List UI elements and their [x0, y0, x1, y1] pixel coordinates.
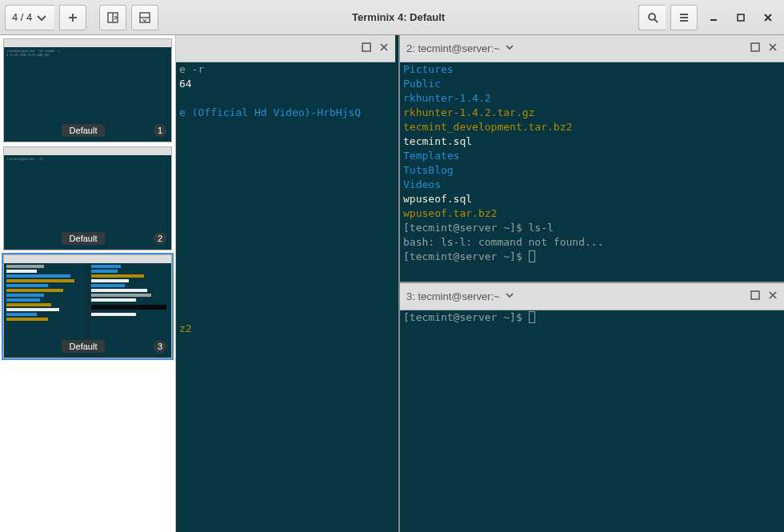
titlebar: 4 / 4 Terminix 4: Default	[0, 0, 784, 35]
pane-title-label: 2: tecmint@server:~	[406, 42, 500, 54]
session-sidebar: [tecmint@server ~]$ uname -r 4.4.14-200.…	[0, 35, 176, 532]
thumb-label: Default	[62, 124, 106, 137]
svg-rect-7	[738, 14, 744, 21]
chevron-down-icon	[35, 11, 48, 24]
close-button[interactable]	[760, 10, 776, 26]
maximize-icon	[750, 42, 760, 52]
svg-rect-9	[751, 43, 759, 51]
split-down-button[interactable]	[131, 5, 158, 30]
split-horizontal-icon	[106, 11, 119, 24]
pane-menu-button[interactable]	[505, 290, 514, 302]
thumb-number: 2	[154, 232, 166, 245]
chevron-down-icon	[505, 290, 514, 300]
session-thumbnail-1[interactable]: [tecmint@server ~]$ uname -r 4.4.14-200.…	[3, 38, 172, 142]
chevron-down-icon	[505, 42, 514, 52]
close-icon	[768, 290, 778, 300]
terminal-panes: e -r 64 e (Official Hd Video)-HrbHjsQ z2…	[176, 35, 784, 532]
session-counter-label: 4 / 4	[12, 11, 32, 23]
pane-maximize-button[interactable]	[750, 290, 760, 302]
search-button[interactable]	[638, 5, 666, 30]
maximize-icon	[735, 12, 746, 23]
hamburger-icon	[678, 11, 690, 24]
thumb-number: 1	[154, 124, 166, 137]
session-thumbnail-2[interactable]: [tecmint@server ~]$ Default 2	[3, 146, 172, 250]
pane-titlebar-1	[176, 35, 395, 62]
search-icon	[646, 11, 659, 24]
terminal-output: Pictures Public rkhunter-1.4.2 rkhunter-…	[400, 62, 784, 280]
svg-rect-8	[362, 43, 370, 51]
add-session-button[interactable]	[59, 5, 86, 30]
terminal-output: [tecmint@server ~]$	[400, 310, 784, 532]
session-selector[interactable]: 4 / 4	[5, 5, 54, 30]
terminal-pane-1[interactable]: e -r 64 e (Official Hd Video)-HrbHjsQ z2	[176, 35, 395, 532]
close-icon	[768, 42, 778, 52]
split-vertical-icon	[138, 11, 151, 24]
pane-titlebar-2: 2: tecmint@server:~	[400, 35, 784, 62]
pane-close-button[interactable]	[379, 42, 389, 54]
close-icon	[762, 12, 774, 23]
thumb-label: Default	[62, 340, 106, 353]
session-thumbnail-3[interactable]: Default 3	[3, 254, 172, 358]
minimize-icon	[708, 12, 719, 23]
plus-icon	[66, 11, 79, 24]
terminal-pane-2[interactable]: 2: tecmint@server:~ Pictures Public rkhu…	[400, 35, 784, 280]
pane-title-label: 3: tecmint@server:~	[406, 290, 500, 302]
pane-titlebar-3: 3: tecmint@server:~	[400, 283, 784, 310]
close-icon	[379, 42, 389, 52]
terminal-pane-3[interactable]: 3: tecmint@server:~ [tecmint@server ~]$	[400, 282, 784, 532]
thumb-number: 3	[154, 340, 166, 353]
thumb-label: Default	[62, 232, 106, 245]
pane-close-button[interactable]	[768, 290, 778, 302]
pane-close-button[interactable]	[768, 42, 778, 54]
pane-maximize-button[interactable]	[362, 42, 371, 54]
split-right-button[interactable]	[99, 5, 126, 30]
maximize-icon	[750, 290, 760, 300]
maximize-button[interactable]	[733, 10, 749, 26]
maximize-icon	[362, 42, 371, 52]
menu-button[interactable]	[670, 5, 698, 30]
content-area: [tecmint@server ~]$ uname -r 4.4.14-200.…	[0, 35, 784, 532]
terminal-output: e -r 64 e (Official Hd Video)-HrbHjsQ z2	[176, 62, 395, 532]
window-title: Terminix 4: Default	[163, 11, 634, 23]
pane-menu-button[interactable]	[505, 42, 514, 54]
svg-rect-10	[751, 291, 759, 299]
svg-point-4	[649, 14, 655, 20]
pane-maximize-button[interactable]	[750, 42, 760, 54]
svg-line-5	[654, 19, 658, 22]
minimize-button[interactable]	[706, 10, 722, 26]
